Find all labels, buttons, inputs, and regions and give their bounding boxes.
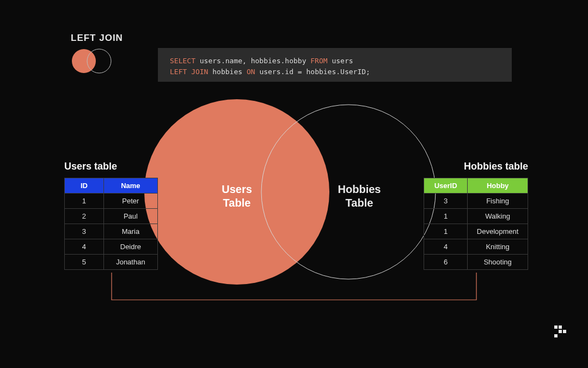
table-cell: Development [468,224,528,239]
table-row: 1Peter [65,194,158,209]
sql-from-table: users [328,57,353,65]
table-cell: Maria [103,224,157,239]
table-cell: 6 [424,255,468,270]
table-cell: Shooting [468,255,528,270]
table-cell: 1 [424,224,468,239]
users-table: ID Name 1Peter2Paul3Maria4Deidre5Jonatha… [64,178,158,270]
table-cell: Jonathan [103,255,157,270]
kw-from: FROM [310,57,327,65]
table-cell: Paul [103,209,157,224]
venn-right-label: Hobbies Table [321,183,397,210]
hobbies-table-title: Hobbies table [424,161,528,172]
kw-select: SELECT [170,57,195,65]
kw-on: ON [247,68,255,76]
table-cell: 2 [65,209,104,224]
diagram-title: LEFT JOIN [71,33,123,44]
table-header-row: ID Name [65,178,158,194]
table-cell: 1 [424,209,468,224]
table-header-row: UserID Hobby [424,178,528,194]
table-cell: 4 [65,239,104,255]
kw-left-join: LEFT JOIN [170,68,208,76]
venn-right-line2: Table [321,196,397,210]
svg-point-0 [72,49,96,73]
venn-left-line1: Users [204,183,270,196]
table-cell: Deidre [103,239,157,255]
table-cell: 5 [65,255,104,270]
table-row: 6Shooting [424,255,528,270]
table-row: 1Walking [424,209,528,224]
col-name: Name [103,178,157,194]
table-cell: Fishing [468,194,528,209]
table-cell: 1 [65,194,104,209]
sql-cols: users.name, hobbies.hobby [195,57,310,65]
sql-join-table: hobbies [208,68,246,76]
table-row: 4Knitting [424,239,528,255]
venn-left-label: Users Table [204,183,270,210]
venn-left-line2: Table [204,196,270,210]
table-row: 1Development [424,224,528,239]
table-cell: 3 [424,194,468,209]
table-row: 5Jonathan [65,255,158,270]
hobbies-table-block: Hobbies table UserID Hobby 3Fishing1Walk… [424,161,528,270]
col-userid: UserID [424,178,468,194]
table-row: 3Fishing [424,194,528,209]
table-row: 4Deidre [65,239,158,255]
table-cell: 3 [65,224,104,239]
table-row: 2Paul [65,209,158,224]
sql-on-cond: users.id = hobbies.UserID; [255,68,370,76]
table-cell: Knitting [468,239,528,255]
col-hobby: Hobby [468,178,528,194]
users-table-block: Users table ID Name 1Peter2Paul3Maria4De… [64,161,158,270]
brand-logo-icon [554,325,566,337]
users-table-title: Users table [64,161,158,172]
table-row: 3Maria [65,224,158,239]
mini-venn-diagram [71,48,117,74]
table-cell: Peter [103,194,157,209]
table-cell: 4 [424,239,468,255]
col-id: ID [65,178,104,194]
hobbies-table: UserID Hobby 3Fishing1Walking1Developmen… [424,178,528,270]
table-cell: Walking [468,209,528,224]
venn-right-line1: Hobbies [321,183,397,196]
sql-code-block: SELECT users.name, hobbies.hobby FROM us… [158,48,512,82]
